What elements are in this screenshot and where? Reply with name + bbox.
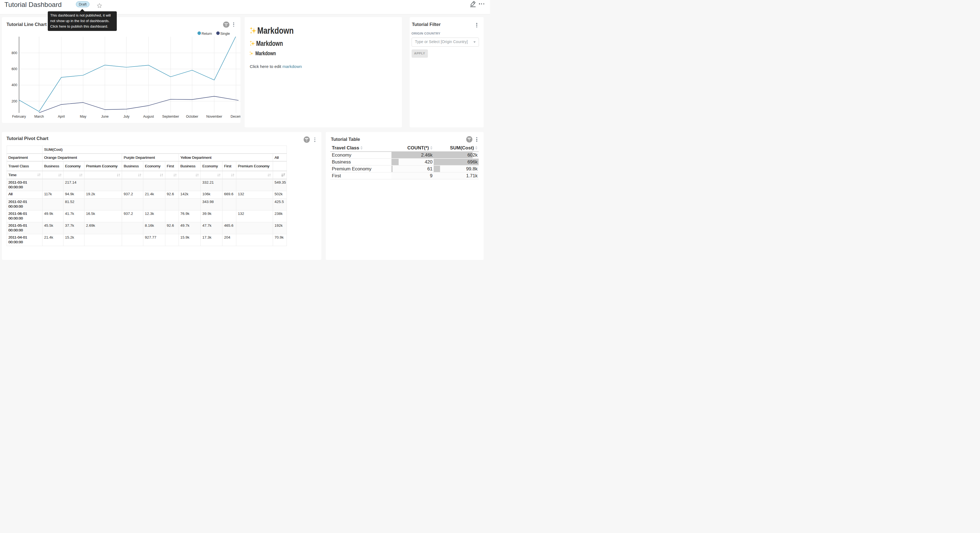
- svg-text:May: May: [80, 115, 86, 118]
- svg-text:400: 400: [11, 83, 18, 87]
- svg-text:February: February: [12, 115, 26, 118]
- svg-text:October: October: [186, 115, 198, 118]
- svg-text:600: 600: [11, 67, 18, 71]
- svg-text:March: March: [34, 115, 44, 118]
- svg-text:Single: Single: [220, 32, 230, 36]
- svg-text:July: July: [123, 115, 130, 118]
- svg-text:800: 800: [11, 51, 18, 55]
- svg-text:August: August: [143, 115, 154, 118]
- svg-text:June: June: [101, 115, 108, 118]
- svg-text:200: 200: [11, 99, 18, 103]
- svg-text:December: December: [231, 115, 240, 118]
- svg-text:Return: Return: [202, 32, 212, 36]
- svg-text:September: September: [162, 115, 179, 118]
- svg-text:November: November: [206, 115, 222, 118]
- svg-text:April: April: [58, 115, 65, 118]
